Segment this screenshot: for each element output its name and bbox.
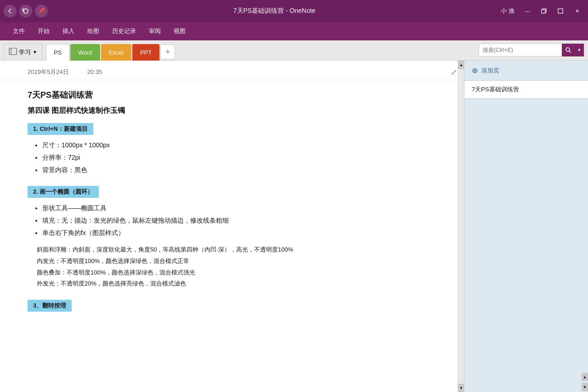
note-date: 2019年5月24日 (28, 68, 69, 76)
menu-bar: 文件 开始 插入 绘图 历史记录 审阅 视图 (0, 22, 588, 40)
section-1-header: 1. Ctrl+N：新建项目 (28, 123, 93, 135)
tab-excel[interactable]: Excel (101, 44, 131, 61)
list-item: 背景内容：黑色 (42, 165, 436, 175)
menu-home[interactable]: 开始 (32, 24, 55, 38)
add-page-icon: ⊕ (472, 66, 478, 75)
close-button[interactable]: ✕ (570, 5, 584, 17)
user-name: 小 渔 (501, 7, 514, 15)
window-title: 7天PS基础训练营 - OneNote (48, 7, 501, 15)
back-button[interactable] (4, 5, 17, 17)
tabs-bar: 学习 ▼ PS Word Excel PPT + ▼ (0, 40, 588, 61)
search-box: ▼ (479, 44, 584, 56)
maximize-button[interactable] (553, 5, 568, 17)
list-item: 单击右下角的fx（图层样式） (42, 228, 436, 238)
notebook-selector[interactable]: 学习 ▼ (4, 44, 42, 60)
section-2: 2. 画一个椭圆（圆环） 形状工具——椭圆工具 填充：无；描边：发光的绿色，鼠标… (28, 186, 436, 289)
tab-word[interactable]: Word (70, 44, 100, 61)
svg-rect-2 (9, 48, 17, 55)
notebook-label: 学习 (19, 48, 31, 56)
pin-button[interactable]: 📌 (35, 5, 48, 17)
sidebar-scroll-down-button[interactable]: ▼ (582, 383, 588, 391)
search-input[interactable] (479, 44, 562, 56)
list-item: 形状工具——椭圆工具 (42, 203, 436, 213)
menu-draw[interactable]: 绘图 (82, 24, 105, 38)
note-content: 2019年5月24日 20:35 ⤢ 7天PS基础训练营 第四课 图层样式快速制… (0, 61, 464, 392)
svg-point-4 (566, 48, 570, 51)
sub-text-2: 内发光：不透明度100%，颜色选择深绿色，混合模式正常 (28, 257, 436, 266)
svg-rect-0 (542, 10, 545, 13)
note-body: 7天PS基础训练营 第四课 图层样式快速制作玉镯 1. Ctrl+N：新建项目 … (0, 80, 464, 337)
tab-ps[interactable]: PS (46, 44, 69, 61)
search-dropdown-button[interactable]: ▼ (575, 44, 584, 56)
menu-history[interactable]: 历史记录 (107, 24, 141, 38)
scroll-down-button[interactable]: ▼ (458, 384, 464, 392)
list-item: 填充：无；描边：发光的绿色，鼠标左键拖动描边，修改线条粗细 (42, 216, 436, 225)
section-3: 3、翻转按理 (28, 300, 436, 317)
note-header: 2019年5月24日 20:35 ⤢ (0, 61, 464, 80)
section-3-header: 3、翻转按理 (28, 300, 72, 312)
section-1: 1. Ctrl+N：新建项目 尺寸：1000px * 1000px 分辨率：72… (28, 123, 436, 175)
notebook-chevron-icon: ▼ (33, 50, 37, 55)
sub-text-3: 颜色叠加：不透明度100%，颜色选择深绿色，混合模式强光 (28, 268, 436, 278)
svg-rect-1 (558, 9, 563, 13)
sub-text-4: 外发光：不透明度20%，颜色选择亮绿色，混合模式滤色 (28, 279, 436, 289)
add-page-button[interactable]: ⊕ 添加页 (464, 61, 588, 81)
minimize-button[interactable]: — (520, 5, 535, 17)
list-item: 尺寸：1000px * 1000px (42, 140, 436, 150)
menu-file[interactable]: 文件 (7, 24, 30, 38)
window-controls: — ✕ (520, 5, 584, 17)
notebook-icon (9, 48, 17, 56)
search-button[interactable] (562, 44, 575, 56)
main-area: 2019年5月24日 20:35 ⤢ 7天PS基础训练营 第四课 图层样式快速制… (0, 61, 588, 392)
section-2-header: 2. 画一个椭圆（圆环） (28, 186, 99, 198)
note-time: 20:35 (87, 68, 102, 75)
section-2-list: 形状工具——椭圆工具 填充：无；描边：发光的绿色，鼠标左键拖动描边，修改线条粗细… (28, 203, 436, 238)
note-subtitle: 第四课 图层样式快速制作玉镯 (28, 106, 436, 116)
sidebar-scroll-up-button[interactable]: ▲ (582, 373, 588, 381)
title-bar: 📌 7天PS基础训练营 - OneNote 小 渔 — ✕ (0, 0, 588, 22)
expand-button[interactable]: ⤢ (451, 68, 457, 77)
section-1-list: 尺寸：1000px * 1000px 分辨率：72pi 背景内容：黑色 (28, 140, 436, 175)
scroll-track: ▲ ▼ (458, 61, 464, 392)
title-bar-controls: 📌 (4, 5, 48, 17)
scroll-up-button[interactable]: ▲ (458, 61, 464, 69)
menu-view[interactable]: 视图 (168, 24, 191, 38)
page-item[interactable]: 7天PS基础训练营 (464, 81, 588, 99)
note-main-title: 7天PS基础训练营 (28, 90, 436, 101)
tab-ppt[interactable]: PPT (132, 44, 159, 61)
sub-text-1: 斜面和浮雕：内斜面，深度软化最大，角度50，等高线第四种（内凹·深），高光，不透… (28, 245, 436, 255)
menu-review[interactable]: 审阅 (143, 24, 166, 38)
list-item: 分辨率：72pi (42, 153, 436, 162)
right-sidebar: ⊕ 添加页 7天PS基础训练营 ▲ ▼ (464, 61, 588, 392)
svg-line-5 (569, 51, 571, 53)
undo-button[interactable] (19, 5, 32, 17)
add-tab-button[interactable]: + (160, 45, 175, 59)
menu-insert[interactable]: 插入 (57, 24, 80, 38)
restore-button[interactable] (537, 5, 551, 17)
add-page-label: 添加页 (481, 67, 499, 75)
